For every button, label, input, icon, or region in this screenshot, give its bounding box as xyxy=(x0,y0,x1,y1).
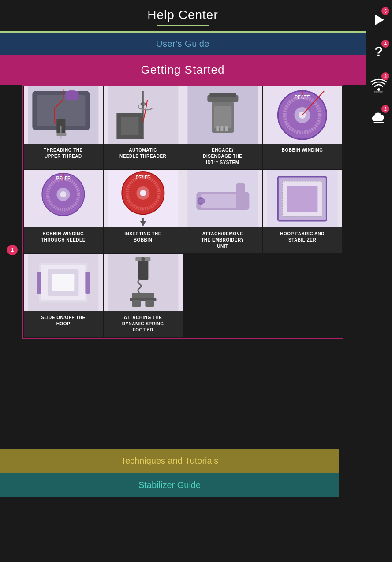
wifi-badge: 3 xyxy=(381,72,389,80)
grid-container: THREADING THEUPPER THREAD xyxy=(22,85,343,339)
svg-rect-78 xyxy=(132,300,141,307)
bobbin-winding-image: PFAFF xyxy=(263,86,342,144)
svg-point-5 xyxy=(377,91,379,93)
grid-item-embroidery[interactable]: ATTACH/REMOVETHE EMBROIDERYUNIT xyxy=(183,170,262,253)
grid-item-spring-foot[interactable]: ATTACHING THEDYNAMIC SPRINGFOOT 6D xyxy=(104,254,183,337)
techniques-label: Techniques and Tutorials xyxy=(121,456,218,465)
svg-rect-58 xyxy=(236,183,245,210)
svg-point-81 xyxy=(141,257,145,261)
content-grid: THREADING THEUPPER THREAD xyxy=(23,86,343,338)
svg-rect-76 xyxy=(132,293,154,298)
bobbin-needle-image: PFAFF xyxy=(24,170,103,227)
grid-item-slide-hoop[interactable]: SLIDE ON/OFF THEHOOP xyxy=(24,254,103,337)
help-badge: 4 xyxy=(381,40,389,48)
svg-rect-60 xyxy=(198,199,205,203)
cloud-badge: 2 xyxy=(381,105,389,113)
inserting-bobbin-label: INSERTING THEBOBBIN xyxy=(122,227,164,247)
users-guide-label: User's Guide xyxy=(156,39,209,48)
svg-rect-26 xyxy=(216,126,219,131)
threading-image xyxy=(24,86,103,144)
svg-rect-29 xyxy=(209,93,236,97)
grid-item-inserting-bobbin[interactable]: PFAFF INSERTING THEBOBBIN xyxy=(104,170,183,253)
main-content: Help Center User's Guide Getting Started xyxy=(0,0,366,497)
svg-point-43 xyxy=(60,191,66,197)
slide-hoop-image xyxy=(24,254,103,311)
grid-item-idt[interactable]: ENGAGE/DISENGAGE THEIDT™ SYSTEM xyxy=(183,86,262,169)
spring-foot-label: ATTACHING THEDYNAMIC SPRINGFOOT 6D xyxy=(119,311,167,337)
svg-rect-71 xyxy=(37,272,41,294)
spring-foot-image xyxy=(104,254,183,311)
idt-image xyxy=(183,86,262,144)
svg-rect-28 xyxy=(225,126,228,131)
getting-started-label: Getting Started xyxy=(141,63,225,76)
bobbin-winding-label: BOBBIN WINDING xyxy=(279,144,326,157)
svg-rect-75 xyxy=(138,258,148,280)
svg-rect-79 xyxy=(145,300,154,307)
embroidery-label: ATTACH/REMOVETHE EMBROIDERYUNIT xyxy=(198,227,246,253)
right-sidebar: 5 ? 4 3 xyxy=(366,0,392,562)
hoop-fabric-image xyxy=(263,170,342,227)
header-underline xyxy=(157,25,209,26)
svg-text:?: ? xyxy=(374,44,383,60)
slide-hoop-label: SLIDE ON/OFF THEHOOP xyxy=(38,311,88,331)
left-indicator-badge: 1 xyxy=(7,245,18,255)
play-icon xyxy=(372,13,386,27)
grid-item-bobbin-needle[interactable]: PFAFF BOBBIN WINDINGTHROUGH NEEDLE xyxy=(24,170,103,253)
getting-started-bar: Getting Started xyxy=(0,55,366,85)
app-title: Help Center xyxy=(0,8,366,22)
wifi-button[interactable]: 3 xyxy=(366,70,391,100)
svg-rect-21 xyxy=(121,117,138,135)
grid-item-hoop-fabric[interactable]: HOOP FABRIC ANDSTABILIZER xyxy=(263,170,342,253)
svg-point-2 xyxy=(377,88,380,91)
bobbin-needle-label: BOBBIN WINDINGTHROUGH NEEDLE xyxy=(38,227,88,247)
users-guide-bar[interactable]: User's Guide xyxy=(0,33,366,55)
stabilizer-label: Stabilizer Guide xyxy=(138,480,201,490)
help-button[interactable]: ? 4 xyxy=(366,37,391,68)
svg-point-3 xyxy=(374,91,376,93)
svg-point-50 xyxy=(140,190,146,196)
needle-threader-image xyxy=(104,86,183,144)
svg-rect-73 xyxy=(52,274,74,291)
svg-rect-16 xyxy=(65,91,78,100)
embroidery-image xyxy=(183,170,262,227)
header: Help Center xyxy=(0,0,366,33)
svg-rect-72 xyxy=(85,272,90,294)
threading-label: THREADING THEUPPER THREAD xyxy=(41,144,86,163)
play-button[interactable]: 5 xyxy=(366,4,391,35)
idt-label: ENGAGE/DISENGAGE THEIDT™ SYSTEM xyxy=(200,144,245,169)
grid-item-needle-threader[interactable]: AUTOMATICNEEDLE THREADER xyxy=(104,86,183,169)
svg-rect-27 xyxy=(220,126,223,131)
stabilizer-bar[interactable]: Stabilizer Guide xyxy=(0,473,339,497)
svg-rect-8 xyxy=(374,122,384,123)
svg-point-7 xyxy=(381,91,383,93)
grid-item-bobbin-winding[interactable]: PFAFF BOBBIN WINDING xyxy=(263,86,342,169)
cloud-button[interactable]: 2 xyxy=(366,102,391,133)
play-badge: 5 xyxy=(381,7,389,15)
svg-marker-0 xyxy=(375,15,384,25)
grid-item-threading[interactable]: THREADING THEUPPER THREAD xyxy=(24,86,103,169)
svg-rect-14 xyxy=(56,133,66,136)
svg-point-4 xyxy=(376,91,377,93)
svg-point-6 xyxy=(379,91,381,93)
svg-rect-66 xyxy=(287,186,318,212)
needle-threader-label: AUTOMATICNEEDLE THREADER xyxy=(117,144,169,163)
svg-rect-25 xyxy=(214,106,231,128)
content-spacer xyxy=(0,339,366,449)
inserting-bobbin-image: PFAFF xyxy=(104,170,183,227)
hoop-fabric-label: HOOP FABRIC ANDSTABILIZER xyxy=(277,227,327,247)
techniques-bar[interactable]: Techniques and Tutorials xyxy=(0,449,339,473)
